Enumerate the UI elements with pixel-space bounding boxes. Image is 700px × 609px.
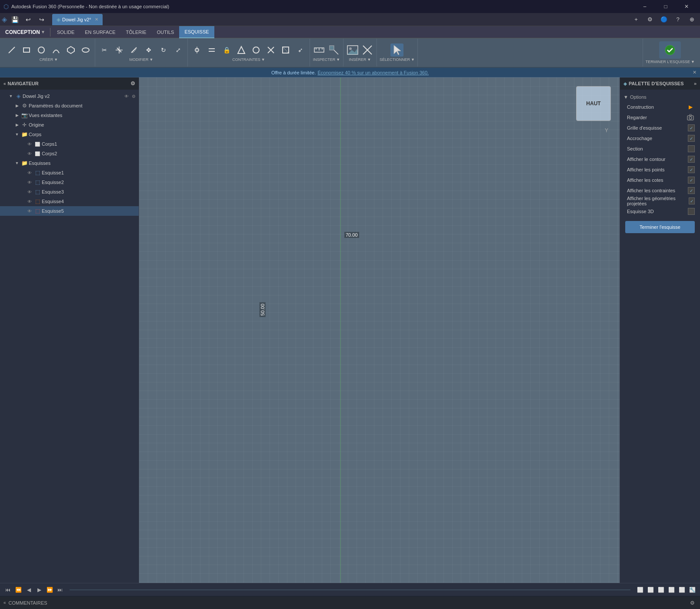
rotate-tool[interactable]: ↻ bbox=[157, 44, 170, 57]
esquisse5-eye-icon[interactable]: 👁 bbox=[26, 207, 33, 214]
view-cube-top[interactable]: HAUT bbox=[576, 86, 611, 121]
tab-close-icon[interactable]: ✕ bbox=[95, 17, 98, 22]
nav-item-esquisse3[interactable]: 👁 ⬚ Esquisse3 bbox=[0, 187, 139, 197]
circle-constraint-tool[interactable] bbox=[250, 44, 263, 57]
create-label[interactable]: CRÉER ▼ bbox=[40, 57, 58, 62]
nav-item-views[interactable]: ▶ 📷 Vues existantes bbox=[0, 110, 139, 120]
redo-button[interactable]: ↪ bbox=[36, 13, 48, 26]
minimize-button[interactable]: – bbox=[635, 0, 655, 13]
close-button[interactable]: ✕ bbox=[677, 0, 697, 13]
esquisse1-eye-icon[interactable]: 👁 bbox=[26, 169, 33, 176]
play-start-button[interactable]: ⏮ bbox=[3, 586, 12, 594]
grille-checkbox[interactable] bbox=[688, 124, 695, 131]
arc-tool[interactable] bbox=[50, 44, 63, 57]
settings-button[interactable]: ⚙ bbox=[643, 13, 657, 26]
section-checkbox[interactable] bbox=[688, 145, 695, 152]
navigator-collapse-icon[interactable]: « bbox=[3, 81, 6, 86]
esquisse4-eye-icon[interactable]: 👁 bbox=[26, 198, 33, 205]
afficher-points-checkbox[interactable] bbox=[688, 166, 695, 173]
play-rev-button[interactable]: ◀ bbox=[24, 586, 33, 594]
afficher-contraintes-checkbox[interactable] bbox=[688, 187, 695, 194]
save-button[interactable]: 💾 bbox=[9, 13, 21, 26]
inspect-label[interactable]: INSPECTER ▼ bbox=[313, 57, 340, 62]
palette-regarder[interactable]: Regarder bbox=[620, 112, 700, 123]
finish-sketch-button[interactable] bbox=[659, 41, 681, 59]
arrow-constraint-tool[interactable]: ➶ bbox=[294, 44, 307, 57]
step-fwd-button[interactable]: ⏩ bbox=[45, 586, 54, 594]
afficher-contour-checkbox[interactable] bbox=[688, 156, 695, 163]
notifications-button[interactable]: ⊕ bbox=[685, 13, 698, 26]
palette-accrochage[interactable]: Accrochage bbox=[620, 133, 700, 144]
construction-arrow-icon[interactable]: ▶ bbox=[686, 103, 695, 111]
menu-esquisse[interactable]: ESQUISSE bbox=[179, 26, 214, 38]
palette-grille[interactable]: Grille d'esquisse bbox=[620, 123, 700, 133]
comments-collapse-icon[interactable]: « bbox=[3, 600, 6, 605]
parallel-tool[interactable] bbox=[205, 44, 218, 57]
polygon-tool[interactable] bbox=[64, 44, 77, 57]
nav-item-esquisses-folder[interactable]: ▼ 📁 Esquisses bbox=[0, 158, 139, 168]
triangle-tool[interactable] bbox=[235, 44, 248, 57]
ellipse-tool[interactable] bbox=[79, 44, 92, 57]
nav-item-document[interactable]: ▼ ◈ Dowel Jig v2 👁 ⚙ bbox=[0, 91, 139, 101]
document-visibility-icon[interactable]: 👁 bbox=[123, 93, 130, 100]
document-settings-icon[interactable]: ⚙ bbox=[130, 93, 137, 100]
corps2-eye-icon[interactable]: 👁 bbox=[26, 150, 33, 157]
account-button[interactable]: 🔵 bbox=[657, 13, 670, 26]
palette-section[interactable]: Section bbox=[620, 144, 700, 154]
step-back-button[interactable]: ⏪ bbox=[14, 586, 23, 594]
play-button[interactable]: ▶ bbox=[35, 586, 43, 594]
palette-expand-icon[interactable]: » bbox=[694, 81, 697, 86]
area-tool[interactable] bbox=[327, 44, 340, 57]
esquisse-3d-checkbox[interactable] bbox=[688, 208, 695, 215]
menu-tolerie[interactable]: TÔLERIE bbox=[121, 26, 152, 38]
timeline-bar[interactable] bbox=[70, 589, 630, 590]
rect-tool[interactable] bbox=[20, 44, 33, 57]
timeline-icon-2[interactable]: ⬜ bbox=[646, 586, 655, 594]
insert-image-tool[interactable] bbox=[346, 44, 359, 57]
finish-sketch-label[interactable]: TERMINER L'ESQUISSE ▼ bbox=[646, 60, 695, 64]
palette-construction[interactable]: Construction ▶ bbox=[620, 102, 700, 112]
canvas-area[interactable]: 70.00 50.00 HAUT Y bbox=[139, 77, 620, 583]
view-cube[interactable]: HAUT bbox=[576, 86, 611, 121]
help-button[interactable]: ? bbox=[671, 13, 684, 26]
rect-constraint-tool[interactable] bbox=[279, 44, 292, 57]
nav-item-esquisse4[interactable]: 👁 ⬚ Esquisse4 bbox=[0, 197, 139, 206]
document-toggle[interactable]: ▼ bbox=[8, 93, 14, 99]
palette-afficher-geometries[interactable]: Afficher les géométries projetées bbox=[620, 196, 700, 206]
params-toggle[interactable]: ▶ bbox=[14, 103, 20, 109]
timeline-icon-3[interactable]: ⬜ bbox=[657, 586, 665, 594]
nav-item-origin[interactable]: ▶ ✛ Origine bbox=[0, 120, 139, 130]
scale-tool[interactable]: ⤢ bbox=[172, 44, 185, 57]
esquisse2-eye-icon[interactable]: 👁 bbox=[26, 179, 33, 186]
palette-afficher-contour[interactable]: Afficher le contour bbox=[620, 154, 700, 164]
afficher-cotes-checkbox[interactable] bbox=[688, 177, 695, 184]
maximize-button[interactable]: □ bbox=[656, 0, 676, 13]
views-toggle[interactable]: ▶ bbox=[14, 112, 20, 118]
origin-toggle[interactable]: ▶ bbox=[14, 122, 20, 128]
nav-item-esquisse5[interactable]: 👁 ⬚ Esquisse5 bbox=[0, 206, 139, 216]
timeline-icon-4[interactable]: ⬜ bbox=[667, 586, 676, 594]
timeline-icon-5[interactable]: ⬜ bbox=[677, 586, 686, 594]
undo-button[interactable]: ↩ bbox=[22, 13, 34, 26]
palette-afficher-contraintes[interactable]: Afficher les contraintes bbox=[620, 185, 700, 196]
nav-item-esquisse1[interactable]: 👁 ⬚ Esquisse1 bbox=[0, 168, 139, 177]
esquisses-toggle[interactable]: ▼ bbox=[14, 160, 20, 166]
move-tool[interactable]: ✥ bbox=[142, 44, 155, 57]
trim-tool[interactable] bbox=[113, 44, 126, 57]
corps1-eye-icon[interactable]: 👁 bbox=[26, 141, 33, 147]
insert-label[interactable]: INSÉRER ▼ bbox=[349, 57, 371, 62]
add-tab-button[interactable]: + bbox=[630, 13, 643, 26]
line-tool[interactable] bbox=[5, 44, 18, 57]
perpendicular-tool[interactable] bbox=[264, 44, 277, 57]
palette-afficher-points[interactable]: Afficher les points bbox=[620, 164, 700, 175]
constraints-label[interactable]: CONTRAINTES ▼ bbox=[232, 57, 265, 62]
navigator-settings-icon[interactable]: ⚙ bbox=[130, 80, 135, 87]
play-end-button[interactable]: ⏭ bbox=[56, 586, 64, 594]
accrochage-checkbox[interactable] bbox=[688, 135, 695, 142]
scissors-tool[interactable]: ✂ bbox=[98, 44, 111, 57]
offset-tool[interactable] bbox=[127, 44, 140, 57]
menu-solide[interactable]: SOLIDE bbox=[52, 26, 80, 38]
timeline-icon-1[interactable]: ⬜ bbox=[636, 586, 644, 594]
menu-en-surface[interactable]: EN SURFACE bbox=[80, 26, 120, 38]
menu-outils[interactable]: OUTILS bbox=[152, 26, 180, 38]
